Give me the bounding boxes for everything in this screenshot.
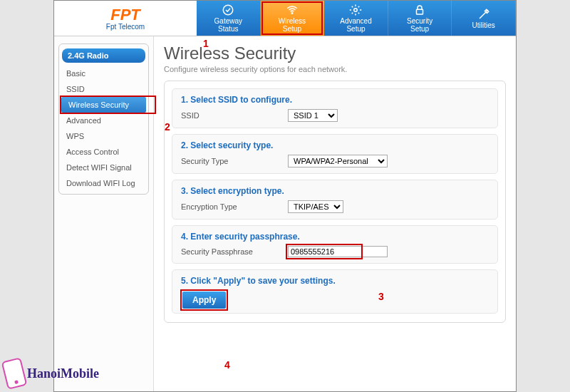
sidebar-item-wireless-security[interactable]: Wireless Security (61, 97, 146, 113)
ssid-select[interactable]: SSID 1 (288, 109, 338, 122)
sidebar-item-basic[interactable]: Basic (59, 66, 148, 81)
section-security-type: 2. Select security type. Security Type W… (172, 134, 498, 174)
watermark-text: HanoiMobile (27, 366, 99, 381)
svg-point-0 (224, 5, 234, 15)
nav-gateway-status[interactable]: Gateway Status (197, 1, 261, 36)
lock-icon (413, 4, 426, 16)
passphrase-label: Security Passphrase (181, 247, 288, 256)
settings-panel: 1. Select SSID to configure. SSID SSID 1… (164, 81, 506, 323)
row-ssid: SSID SSID 1 (181, 109, 489, 122)
sidebar-item-ssid[interactable]: SSID (59, 81, 148, 97)
sidebar: 2.4G Radio Basic SSID Wireless Security … (54, 36, 154, 391)
section-apply: 5. Click "Apply" to save your settings. … (172, 269, 498, 314)
section-passphrase: 4. Enter security passphrase. Security P… (172, 225, 498, 264)
passphrase-input[interactable] (288, 246, 388, 257)
row-security-type: Security Type WPA/WPA2-Personal (181, 155, 489, 167)
security-type-label: Security Type (181, 157, 288, 165)
ssid-label: SSID (181, 111, 288, 120)
apply-wrap: Apply (182, 292, 226, 309)
sidebar-item-download-log[interactable]: Download WIFI Log (59, 175, 148, 191)
logo-brand: FPT (110, 6, 140, 24)
check-circle-icon (222, 4, 234, 16)
sidebar-item-detect-wifi[interactable]: Detect WIFI Signal (59, 160, 148, 175)
gear-icon (349, 4, 362, 16)
header: FPT Fpt Telecom Gateway Status Wireless … (54, 1, 516, 36)
section-title: 1. Select SSID to configure. (181, 95, 489, 105)
security-type-select[interactable]: WPA/WPA2-Personal (288, 155, 388, 167)
encryption-select[interactable]: TKIP/AES (288, 200, 343, 213)
nav-label: Advanced Setup (340, 17, 371, 33)
nav-wireless-setup[interactable]: Wireless Setup (261, 1, 325, 36)
sidebar-item-wps[interactable]: WPS (59, 128, 148, 144)
section-title: 3. Select encryption type. (181, 186, 489, 196)
row-encryption: Encryption Type TKIP/AES (181, 200, 489, 213)
row-passphrase: Security Passphrase (181, 246, 489, 257)
section-title: 4. Enter security passphrase. (181, 232, 489, 242)
phone-icon (1, 357, 28, 390)
page-title: Wireless Security (164, 43, 506, 63)
nav-label: Security Setup (407, 17, 432, 33)
app-frame: FPT Fpt Telecom Gateway Status Wireless … (53, 0, 517, 392)
sidebar-heading: 2.4G Radio (62, 48, 145, 63)
nav-advanced-setup[interactable]: Advanced Setup (324, 1, 388, 36)
sidebar-item-access-control[interactable]: Access Control (59, 144, 148, 160)
tools-icon (477, 8, 490, 21)
encryption-label: Encryption Type (181, 202, 288, 211)
page-subtitle: Configure wireless security options for … (164, 65, 506, 73)
svg-rect-3 (417, 9, 423, 14)
section-ssid: 1. Select SSID to configure. SSID SSID 1 (172, 88, 498, 128)
section-encryption: 3. Select encryption type. Encryption Ty… (172, 180, 498, 220)
sidebar-item-label: Wireless Security (68, 100, 129, 109)
content: Wireless Security Configure wireless sec… (154, 36, 516, 391)
watermark: HanoiMobile (4, 359, 99, 388)
nav-security-setup[interactable]: Security Setup (388, 1, 452, 36)
passphrase-wrap (288, 246, 388, 257)
logo-sub: Fpt Telecom (106, 23, 145, 31)
apply-button[interactable]: Apply (182, 292, 226, 309)
svg-point-2 (354, 9, 358, 12)
nav-label: Gateway Status (214, 17, 242, 33)
logo: FPT Fpt Telecom (54, 1, 197, 36)
sidebar-box: 2.4G Radio Basic SSID Wireless Security … (58, 43, 149, 195)
section-title: 2. Select security type. (181, 140, 489, 150)
body: 2.4G Radio Basic SSID Wireless Security … (54, 36, 516, 391)
nav-label: Utilities (472, 21, 495, 29)
nav-utilities[interactable]: Utilities (452, 1, 516, 36)
wifi-icon (286, 4, 299, 16)
svg-point-1 (291, 13, 293, 14)
sidebar-item-advanced[interactable]: Advanced (59, 113, 148, 128)
nav-label: Wireless Setup (279, 17, 306, 33)
section-title: 5. Click "Apply" to save your settings. (181, 276, 489, 286)
top-nav: Gateway Status Wireless Setup Advanced S… (197, 1, 516, 36)
